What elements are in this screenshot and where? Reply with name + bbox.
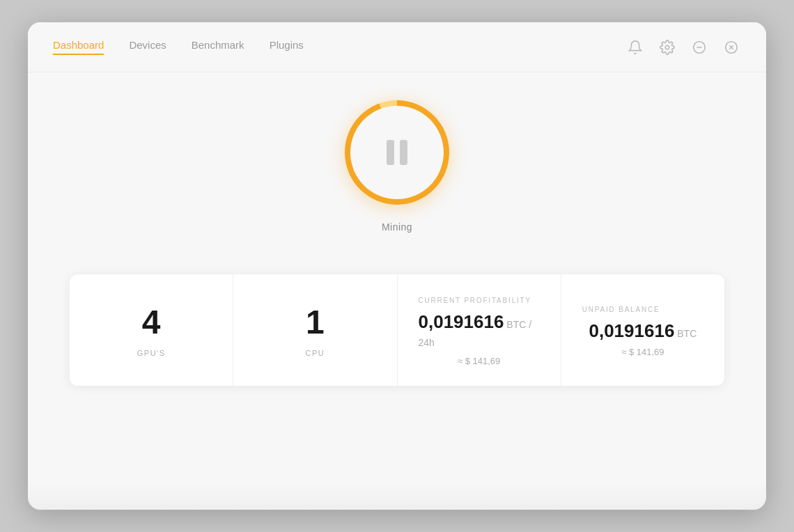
main-content: Mining 4 GPU'S 1 CPU CURRENT PROFITABILI…: [28, 72, 766, 510]
gear-icon[interactable]: [657, 38, 677, 57]
stat-cpu: 1 CPU: [233, 274, 397, 386]
nav-links: Dashboard Devices Benchmark Plugins: [53, 39, 304, 55]
gpu-value: 4: [142, 306, 161, 339]
balance-value: 0,0191616 BTC: [589, 322, 696, 340]
balance-title: UNPAID BALANCE: [582, 306, 660, 313]
profitability-approx: ≈ $ 141,69: [458, 356, 500, 366]
close-icon[interactable]: [722, 38, 741, 57]
gpu-label: GPU'S: [137, 349, 166, 357]
stats-row: 4 GPU'S 1 CPU CURRENT PROFITABILITY 0,01…: [70, 274, 724, 386]
mining-section: Mining: [345, 100, 449, 233]
mining-ring: [345, 100, 449, 205]
profitability-title: CURRENT PROFITABILITY: [419, 297, 531, 304]
pause-icon: [387, 140, 407, 165]
svg-point-0: [665, 45, 669, 49]
nav-plugins[interactable]: Plugins: [270, 39, 304, 55]
nav-benchmark[interactable]: Benchmark: [192, 39, 244, 55]
mining-button[interactable]: [345, 100, 449, 205]
pause-bar-left: [387, 140, 394, 165]
stat-balance: UNPAID BALANCE 0,0191616 BTC ≈ $ 141,69: [561, 274, 724, 386]
mining-label: Mining: [382, 221, 412, 233]
cpu-value: 1: [306, 306, 325, 339]
mining-ring-inner: [350, 106, 444, 199]
pause-bar-right: [400, 140, 407, 165]
bell-icon[interactable]: [625, 38, 645, 57]
balance-approx: ≈ $ 141,69: [621, 347, 664, 357]
nav-dashboard[interactable]: Dashboard: [53, 39, 104, 55]
main-window: Dashboard Devices Benchmark Plugins: [28, 22, 766, 510]
stat-profitability: CURRENT PROFITABILITY 0,0191616 BTC / 24…: [398, 274, 561, 386]
minimize-icon[interactable]: [690, 38, 709, 57]
stat-gpu: 4 GPU'S: [70, 274, 233, 386]
balance-unit: BTC: [674, 328, 696, 339]
cpu-label: CPU: [306, 349, 325, 357]
nav-actions: [625, 38, 741, 57]
profitability-value: 0,0191616 BTC / 24h: [419, 313, 540, 349]
nav-devices[interactable]: Devices: [129, 39, 166, 55]
nav-bar: Dashboard Devices Benchmark Plugins: [28, 22, 766, 72]
